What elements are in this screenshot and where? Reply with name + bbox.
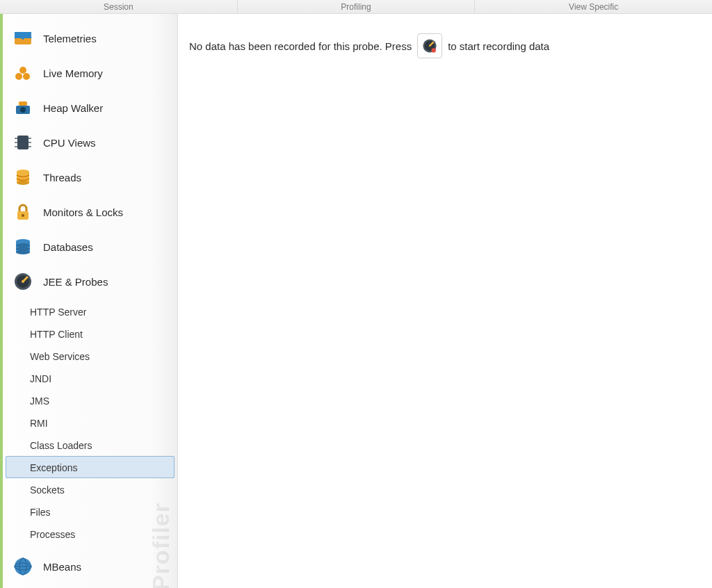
probe-label: Processes — [30, 529, 75, 540]
svg-point-2 — [15, 73, 22, 80]
databases-icon — [13, 236, 33, 257]
svg-point-28 — [22, 280, 24, 283]
sidebar-item-label: Threads — [43, 172, 81, 183]
probes-list: HTTP Server HTTP Client Web Services JND… — [3, 299, 177, 549]
sidebar-item-mbeans[interactable]: MBeans — [3, 549, 177, 584]
instruction-before: No data has been recorded for this probe… — [189, 40, 412, 52]
cpu-views-icon — [13, 132, 33, 153]
sidebar-item-heap-walker[interactable]: Heap Walker — [3, 90, 177, 125]
svg-point-6 — [20, 107, 26, 113]
probe-label: Exceptions — [30, 462, 77, 473]
svg-point-24 — [16, 247, 30, 251]
probe-http-client[interactable]: HTTP Client — [6, 322, 175, 345]
sidebar-item-databases[interactable]: Databases — [3, 229, 177, 264]
probe-processes[interactable]: Processes — [6, 523, 175, 545]
svg-point-4 — [19, 67, 26, 74]
probe-label: JNDI — [30, 373, 51, 384]
svg-point-17 — [17, 181, 29, 185]
menu-view-specific[interactable]: View Specific — [475, 0, 712, 13]
sidebar-nav: Telemetries Live Memory — [3, 14, 177, 584]
probe-label: Class Loaders — [30, 440, 92, 451]
sidebar-item-label: CPU Views — [43, 137, 96, 149]
sidebar-item-label: Heap Walker — [43, 102, 103, 114]
sidebar-item-label: Live Memory — [43, 67, 103, 79]
sidebar-item-threads[interactable]: Threads — [3, 160, 177, 195]
svg-point-36 — [432, 48, 436, 52]
sidebar: Profiler Telemetries Live Memory — [0, 14, 178, 588]
menu-view-specific-label: View Specific — [569, 2, 618, 12]
probe-label: HTTP Server — [30, 307, 86, 318]
globe-icon — [13, 556, 33, 577]
menu-session-label: Session — [104, 2, 134, 12]
probe-label: HTTP Client — [30, 329, 83, 340]
svg-rect-7 — [19, 101, 27, 106]
sidebar-item-label: Telemetries — [43, 33, 97, 44]
content-area: No data has been recorded for this probe… — [178, 14, 712, 588]
lock-icon — [13, 202, 33, 222]
no-data-instruction: No data has been recorded for this probe… — [189, 33, 701, 58]
sidebar-item-label: JEE & Probes — [43, 276, 108, 288]
probe-rmi[interactable]: RMI — [6, 411, 175, 434]
sidebar-item-label: MBeans — [43, 561, 81, 573]
heap-walker-icon — [13, 97, 33, 118]
record-probe-button[interactable] — [417, 33, 442, 58]
probe-label: JMS — [30, 395, 49, 407]
live-memory-icon — [13, 63, 33, 83]
probe-label: RMI — [30, 418, 48, 429]
probe-label: Web Services — [30, 351, 90, 362]
probe-exceptions[interactable]: Exceptions — [6, 456, 175, 478]
probe-jndi[interactable]: JNDI — [6, 367, 175, 389]
sidebar-item-live-memory[interactable]: Live Memory — [3, 56, 177, 90]
sidebar-item-telemetries[interactable]: Telemetries — [3, 21, 177, 56]
sidebar-item-cpu-views[interactable]: CPU Views — [3, 125, 177, 160]
probe-files[interactable]: Files — [6, 500, 175, 523]
probe-class-loaders[interactable]: Class Loaders — [6, 434, 175, 456]
telemetries-icon — [13, 28, 33, 49]
probe-web-services[interactable]: Web Services — [6, 345, 175, 367]
threads-icon — [13, 167, 33, 188]
probe-label: Sockets — [30, 484, 65, 496]
menu-profiling[interactable]: Profiling — [238, 0, 476, 13]
record-icon — [421, 38, 438, 54]
sidebar-item-jee-probes[interactable]: JEE & Probes — [3, 264, 177, 299]
probe-label: Files — [30, 507, 51, 518]
instruction-after: to start recording data — [448, 40, 549, 52]
probe-jms[interactable]: JMS — [6, 389, 175, 411]
probe-sockets[interactable]: Sockets — [6, 478, 175, 500]
sidebar-item-label: Monitors & Locks — [43, 206, 123, 218]
svg-point-3 — [23, 73, 30, 80]
gauge-icon — [13, 271, 33, 292]
menu-bar: Session Profiling View Specific — [0, 0, 712, 14]
menu-profiling-label: Profiling — [341, 2, 371, 12]
menu-session[interactable]: Session — [0, 0, 238, 13]
sidebar-item-label: Databases — [43, 241, 93, 253]
sidebar-item-monitors-locks[interactable]: Monitors & Locks — [3, 195, 177, 229]
probe-http-server[interactable]: HTTP Server — [6, 300, 175, 322]
svg-point-19 — [22, 214, 24, 217]
svg-rect-8 — [17, 136, 29, 149]
